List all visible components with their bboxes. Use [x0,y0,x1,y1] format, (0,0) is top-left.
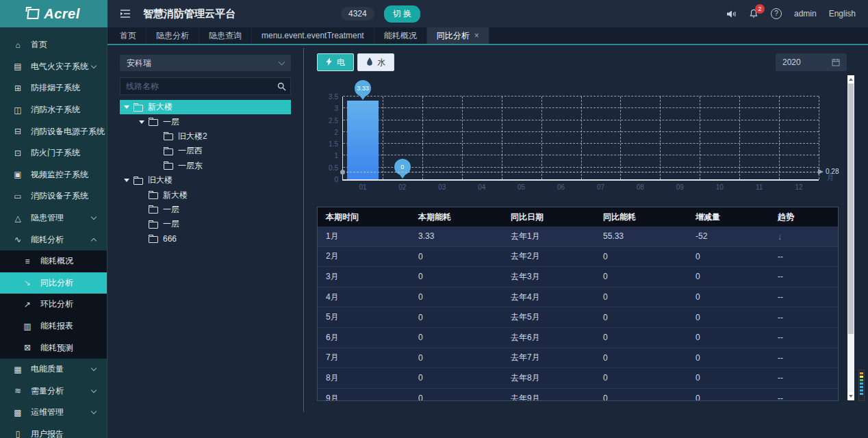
sidebar-item-home[interactable]: ⌂首页 [0,34,107,56]
tree-node[interactable]: 一层西 [120,144,291,158]
language-switcher[interactable]: English [829,9,856,18]
tree-node[interactable]: 666 [120,232,291,246]
x-axis-tick: 01 [343,183,383,191]
volume-icon[interactable] [726,10,737,18]
sidebar-item-label: 能耗分析 [31,234,64,246]
content-scrollbar[interactable] [847,75,854,400]
tree-node[interactable]: 旧大楼2 [120,129,291,144]
tab-close-icon[interactable]: × [474,31,479,40]
tree-node[interactable]: 一层 [120,217,291,231]
tab-energy-overview[interactable]: 能耗概况 [374,27,427,44]
search-input[interactable] [120,81,272,91]
chart-gridline [581,96,582,179]
sidebar-item-energy-analysis[interactable]: ∿能耗分析 [0,229,107,250]
water-button[interactable]: 水 [357,53,394,71]
table-header-cell: 本期时间 [318,207,410,227]
sidebar-item-fire-water[interactable]: ◫消防水子系统 [0,99,107,121]
trend-cell: -- [769,287,838,307]
tree-node[interactable]: 一层东 [120,159,291,173]
main-area: 安科瑞 新大楼一层旧大楼2一层西一层东旧大楼新大楼一层一层666 电水 [107,45,868,438]
line-search [120,77,291,95]
tree-node[interactable]: 新大楼 [120,100,291,114]
table-cell: 0 [595,267,687,287]
tree-node-label: 新大楼 [163,190,188,201]
x-axis-tick: 02 [383,183,422,191]
table-cell: 3.33 [410,227,502,246]
tree-node[interactable]: 旧大楼 [120,173,291,188]
scrollbar-thumb[interactable] [848,83,854,334]
sidebar: ⌂首页▤电气火灾子系统⊞防排烟子系统◫消防水子系统⊟消防设备电源子系统⊡防火门子… [0,27,107,438]
sidebar-item-smoke-control[interactable]: ⊞防排烟子系统 [0,77,107,99]
electricity-button[interactable]: 电 [317,53,354,71]
user-menu[interactable]: admin [794,9,817,18]
average-markline: 0.28 [343,172,819,172]
table-cell: 0 [410,287,502,307]
sidebar-item-energy-report[interactable]: ▥能耗报表 [0,315,107,337]
help-icon[interactable]: ? [771,8,782,19]
table-cell: -52 [687,227,769,246]
company-dropdown[interactable]: 安科瑞 [120,55,291,71]
sidebar-item-label: 防火门子系统 [31,147,80,159]
sidebar-item-power-quality[interactable]: ▦电能质量 [0,359,107,381]
search-icon[interactable] [272,78,290,94]
year-picker[interactable]: 2020 [776,53,847,71]
energy-overview-icon: ≡ [22,257,33,266]
tab-event-treatment[interactable]: menu.event.eventTreatment [252,27,374,44]
tab-hazard-analysis[interactable]: 隐患分析 [146,27,199,44]
table-cell: 0 [595,328,687,348]
table-row: 6月0去年6月00-- [318,327,838,348]
tab-hazard-query[interactable]: 隐患查询 [199,27,252,44]
count-badge: 4324 [341,7,374,21]
energy-icon: ∿ [12,235,23,244]
tree-node[interactable]: 新大楼 [120,188,291,202]
sidebar-item-demand-analysis[interactable]: ≋需量分析 [0,381,107,402]
table-cell: 0 [410,389,502,401]
sidebar-item-label: 防排烟子系统 [31,82,80,94]
table-cell: 去年2月 [502,247,595,267]
sidebar-item-ops-management[interactable]: ▩运维管理 [0,402,107,424]
table-header-cell: 趋势 [769,207,838,227]
x-axis-tick: 11 [739,183,779,191]
tree-node[interactable]: 一层 [120,114,291,129]
sidebar-item-fire-door[interactable]: ⊡防火门子系统 [0,142,107,164]
chevron-down-icon [91,214,97,220]
sidebar-item-yoy-analysis[interactable]: ↘同比分析 [0,272,107,294]
notifications-button[interactable]: 2 [749,9,758,18]
sidebar-item-user-report[interactable]: ▯用户报告 [0,424,107,438]
caret-down-icon [139,120,144,124]
sidebar-item-electrical-fire[interactable]: ▤电气火灾子系统 [0,56,107,78]
sidebar-item-fire-equipment[interactable]: ▭消防设备子系统 [0,185,107,207]
trend-cell: -- [769,368,838,388]
y-axis-tick: 2.5 [329,117,338,125]
sidebar-item-video-monitoring[interactable]: ▣视频监控子系统 [0,164,107,186]
tab-home[interactable]: 首页 [110,27,146,44]
x-axis-tick: 04 [462,183,502,191]
sidebar-item-energy-overview[interactable]: ≡能耗概况 [0,250,107,272]
sidebar-item-equipment-power[interactable]: ⊟消防设备电源子系统 [0,120,107,142]
folder-icon [149,207,158,214]
hazard-icon: △ [12,214,23,223]
collapse-sidebar-icon[interactable] [120,9,131,18]
video-monitor-icon: ▣ [12,170,23,179]
table-cell: 0 [687,247,769,267]
tabbar: 首页隐患分析隐患查询menu.event.eventTreatment能耗概况同… [107,27,868,45]
tree-node-label: 一层西 [178,145,203,157]
table-cell: 0 [595,389,687,401]
table-cell: 7月 [318,348,410,368]
markline-start-dot [340,170,345,175]
sidebar-item-mom-analysis[interactable]: ↗环比分析 [0,294,107,315]
chart-gridline [739,96,740,179]
trend-cell: -- [769,307,838,327]
switch-button[interactable]: 切 换 [384,5,420,23]
tree-node[interactable]: 一层 [120,203,291,217]
chart-gridline [779,96,780,179]
sidebar-item-hazard-management[interactable]: △隐患管理 [0,207,107,229]
tree-node-label: 一层东 [178,160,203,172]
yoy-bar-chart: 00.511.522.533.5010203040506070809101112… [342,96,819,181]
tab-yoy-analysis[interactable]: 同比分析× [427,27,489,44]
scroll-down-arrow-icon[interactable] [847,392,854,400]
sidebar-item-energy-forecast[interactable]: ⊠能耗预测 [0,337,107,359]
water-drop-icon [366,57,373,68]
table-header-cell: 本期能耗 [410,207,502,227]
scroll-up-arrow-icon[interactable] [847,75,854,83]
